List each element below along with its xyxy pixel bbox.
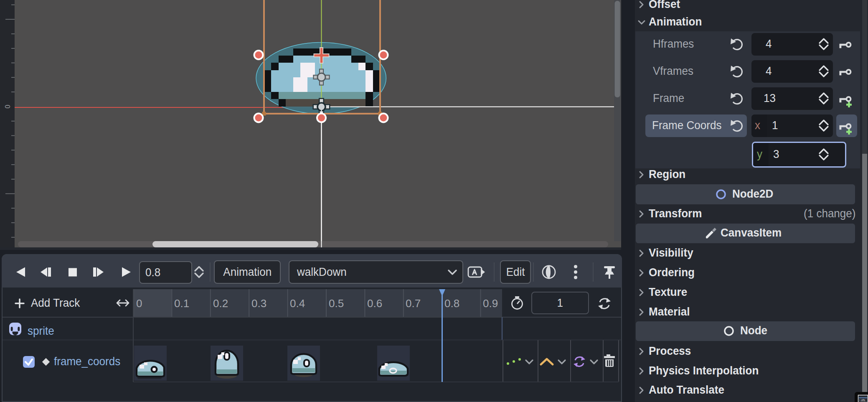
svg-text:› offs: › offs — [859, 399, 865, 402]
svg-text:0.9: 0.9 — [483, 297, 498, 310]
svg-text:0.7: 0.7 — [406, 297, 421, 310]
svg-text:0.2: 0.2 — [213, 297, 228, 310]
svg-text:0.8: 0.8 — [444, 297, 459, 310]
svg-text:0.6: 0.6 — [367, 297, 382, 310]
svg-text:0: 0 — [136, 297, 142, 310]
svg-text:0.3: 0.3 — [251, 297, 266, 310]
svg-text:0: 0 — [4, 104, 11, 108]
svg-text:0.1: 0.1 — [174, 297, 189, 310]
svg-text:0.4: 0.4 — [290, 297, 305, 310]
svg-text:0.5: 0.5 — [329, 297, 344, 310]
